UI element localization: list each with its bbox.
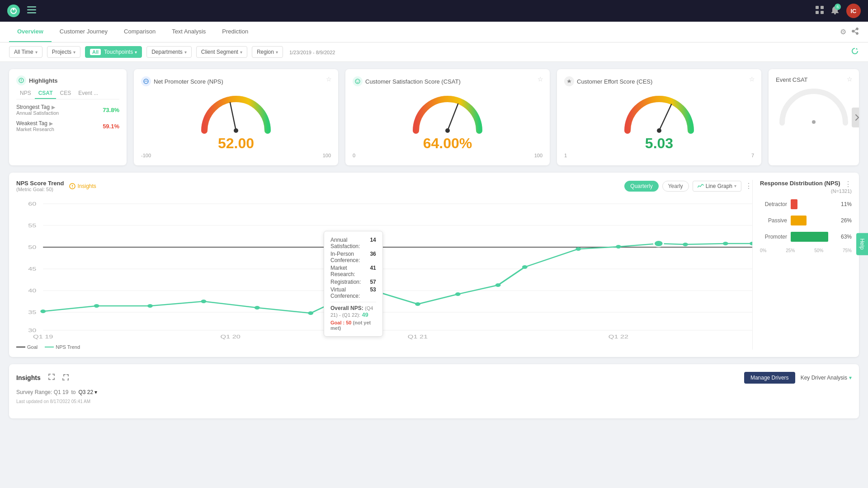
svg-text:Q1 20: Q1 20 bbox=[220, 334, 241, 339]
expand-icon-1[interactable] bbox=[46, 371, 57, 384]
client-segment-filter[interactable]: Client Segment ▾ bbox=[196, 46, 247, 58]
projects-filter[interactable]: Projects ▾ bbox=[47, 46, 80, 58]
chart-controls: Quarterly Yearly Line Graph ▾ ⋮ bbox=[624, 181, 752, 192]
settings-icon[interactable]: ⚙ bbox=[840, 28, 846, 37]
weakest-tag-label: Weakest Tag ▶ bbox=[16, 120, 54, 127]
svg-point-53 bbox=[576, 247, 581, 251]
svg-text:Q1 22: Q1 22 bbox=[609, 334, 629, 339]
svg-line-21 bbox=[659, 104, 671, 131]
chart-title-block: NPS Score Trend (Metric Goal: 50) bbox=[16, 180, 64, 192]
insights-date-prefix: Survey Range: Q1 19 bbox=[16, 389, 68, 395]
topbar-left bbox=[7, 5, 36, 17]
dist-row-promoter: Promoter 63% bbox=[760, 232, 852, 242]
nps-value: 52.00 bbox=[218, 135, 254, 152]
tab-prediction[interactable]: Prediction bbox=[214, 22, 256, 42]
svg-text:Q1 19: Q1 19 bbox=[33, 334, 53, 339]
svg-point-47 bbox=[308, 311, 313, 315]
main-content: Highlights NPS CSAT CES Event ... Strong… bbox=[0, 62, 868, 426]
app-logo bbox=[7, 5, 20, 17]
refresh-button[interactable] bbox=[851, 47, 859, 57]
highlights-tab-nps[interactable]: NPS bbox=[16, 88, 35, 99]
passive-pct: 26% bbox=[841, 217, 852, 224]
csat-title: Customer Satisfaction Score (CSAT) bbox=[365, 78, 461, 85]
svg-line-14 bbox=[230, 103, 236, 131]
help-button[interactable]: Help bbox=[856, 233, 868, 255]
tab-customer-journey[interactable]: Customer Journey bbox=[52, 22, 116, 42]
svg-point-44 bbox=[147, 304, 153, 308]
notification-badge: 6 bbox=[835, 4, 841, 10]
highlights-tab-ces[interactable]: CES bbox=[56, 88, 75, 99]
nps-gauge-labels: -100 100 bbox=[141, 153, 331, 158]
yearly-button[interactable]: Yearly bbox=[662, 181, 689, 192]
svg-text:30: 30 bbox=[28, 328, 36, 333]
svg-point-13 bbox=[144, 79, 148, 84]
grid-icon[interactable] bbox=[816, 6, 824, 16]
goal-line-indicator bbox=[16, 347, 25, 347]
svg-point-18 bbox=[358, 80, 359, 81]
ces-star[interactable]: ☆ bbox=[749, 75, 755, 83]
response-distribution: Response Distribution (NPS) ⋮ (N=1321) D… bbox=[752, 180, 852, 350]
dist-label-promoter: Promoter bbox=[760, 234, 787, 240]
event-csat-star[interactable]: ☆ bbox=[847, 75, 853, 83]
nav-tabs: Overview Customer Journey Comparison Tex… bbox=[9, 22, 256, 42]
filter-bar: All Time ▾ Projects ▾ All Touchpoints ▾ … bbox=[0, 42, 868, 62]
tab-comparison[interactable]: Comparison bbox=[116, 22, 164, 42]
departments-filter[interactable]: Departments ▾ bbox=[146, 46, 192, 58]
tooltip-content: Annual Satisfaction: 14 In-Person Confer… bbox=[324, 231, 383, 337]
ces-gauge: 5.03 1 7 bbox=[564, 90, 754, 158]
highlights-tab-csat[interactable]: CSAT bbox=[35, 88, 57, 99]
key-driver-button[interactable]: Key Driver Analysis ▾ bbox=[801, 375, 852, 381]
scroll-right-arrow[interactable] bbox=[852, 108, 859, 127]
insights-section-header: Insights Manage Drivers Key Driver Analy… bbox=[16, 371, 852, 384]
svg-rect-5 bbox=[816, 6, 819, 9]
manage-drivers-button[interactable]: Manage Drivers bbox=[744, 372, 795, 384]
tab-overview[interactable]: Overview bbox=[9, 22, 52, 42]
notification-bell[interactable]: 6 bbox=[831, 5, 839, 17]
svg-text:35: 35 bbox=[28, 310, 36, 315]
svg-point-56 bbox=[683, 243, 688, 246]
tab-text-analysis[interactable]: Text Analysis bbox=[164, 22, 214, 42]
event-csat-card: Event CSAT ☆ bbox=[769, 69, 859, 165]
nps-card-header: Net Promoter Score (NPS) bbox=[141, 76, 331, 86]
svg-point-50 bbox=[455, 292, 461, 296]
passive-bar bbox=[791, 216, 807, 225]
touchpoints-filter[interactable]: All Touchpoints ▾ bbox=[85, 46, 142, 58]
insights-button[interactable]: Insights bbox=[69, 183, 96, 189]
nps-gauge: 52.00 -100 100 bbox=[141, 90, 331, 158]
insights-section: Insights Manage Drivers Key Driver Analy… bbox=[9, 364, 859, 418]
tooltip-in-person: In-Person Conference: 36 bbox=[330, 251, 376, 263]
legend-nps-trend: NPS Trend bbox=[45, 344, 80, 350]
insights-date-end[interactable]: Q3 22 ▾ bbox=[78, 389, 97, 395]
svg-rect-7 bbox=[816, 11, 819, 14]
highlights-icon bbox=[16, 75, 26, 85]
highlights-tab-event[interactable]: Event ... bbox=[75, 88, 102, 99]
expand-icon-2[interactable] bbox=[61, 371, 71, 384]
legend-goal: Goal bbox=[16, 344, 38, 350]
csat-star[interactable]: ☆ bbox=[538, 75, 543, 83]
nav-icons: ⚙ bbox=[840, 28, 859, 37]
line-graph-button[interactable]: Line Graph ▾ bbox=[693, 181, 741, 192]
chart-more-icon[interactable]: ⋮ bbox=[745, 182, 752, 190]
dist-more-icon[interactable]: ⋮ bbox=[844, 180, 852, 188]
menu-icon[interactable] bbox=[27, 6, 36, 16]
svg-point-49 bbox=[415, 302, 420, 306]
share-icon[interactable] bbox=[852, 28, 859, 37]
svg-point-57 bbox=[723, 242, 728, 245]
svg-text:40: 40 bbox=[28, 288, 36, 294]
weakest-tag-chevron: ▶ bbox=[49, 121, 53, 127]
user-avatar[interactable]: IC bbox=[846, 4, 861, 18]
ces-value: 5.03 bbox=[645, 135, 673, 152]
csat-gauge-labels: 0 100 bbox=[353, 153, 542, 158]
time-filter[interactable]: All Time ▾ bbox=[9, 46, 42, 58]
nps-icon bbox=[141, 76, 151, 86]
dist-bar-passive bbox=[791, 216, 835, 225]
region-filter[interactable]: Region ▾ bbox=[252, 46, 283, 58]
strongest-tag-value: 73.8% bbox=[103, 107, 119, 113]
highlights-tabs: NPS CSAT CES Event ... bbox=[16, 88, 119, 99]
chart-area: 60 55 50 45 40 35 30 bbox=[16, 195, 752, 341]
promoter-bar bbox=[791, 232, 828, 242]
nps-star[interactable]: ☆ bbox=[326, 75, 332, 83]
insights-section-title: Insights bbox=[16, 374, 41, 381]
quarterly-button[interactable]: Quarterly bbox=[624, 181, 658, 192]
dist-bar-detractor bbox=[791, 199, 835, 209]
